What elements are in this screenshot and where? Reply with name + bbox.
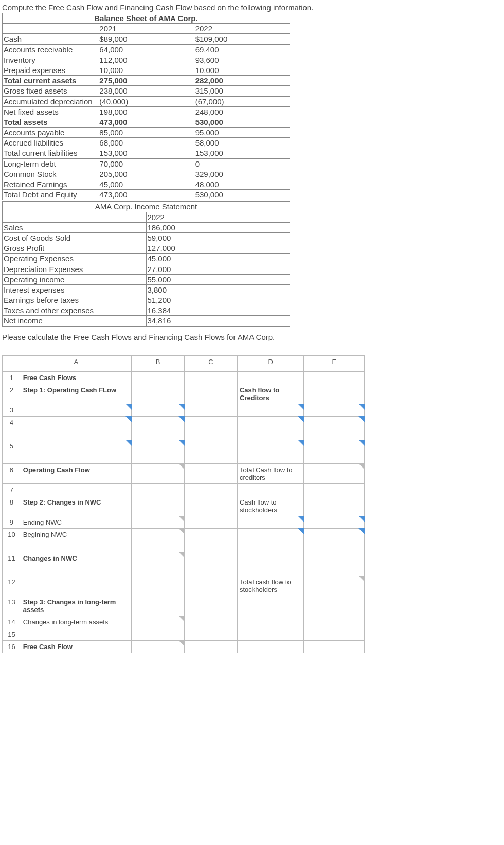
cell-e13[interactable] [304, 596, 365, 616]
cell-e9[interactable] [304, 516, 365, 528]
cell-e1[interactable] [304, 371, 365, 384]
cell-b4[interactable] [132, 416, 185, 440]
row-number[interactable]: 5 [3, 440, 21, 463]
cell-e2[interactable] [304, 384, 365, 404]
cell-d15[interactable] [237, 628, 303, 640]
cell-b9[interactable] [132, 516, 185, 528]
cell-a5[interactable] [21, 440, 131, 463]
cell-d14[interactable] [237, 616, 303, 628]
cell-e5[interactable] [304, 440, 365, 463]
cell-a4[interactable] [21, 416, 131, 440]
cell-c2[interactable] [184, 384, 237, 404]
cell-c12[interactable] [184, 576, 237, 596]
cell-a10[interactable]: Begining NWC [21, 528, 131, 552]
cell-a12[interactable] [21, 576, 131, 596]
cell-b7[interactable] [132, 483, 185, 496]
cell-c11[interactable] [184, 552, 237, 576]
row-number[interactable]: 9 [3, 516, 21, 528]
cell-a6[interactable]: Operating Cash Flow [21, 463, 131, 483]
cell-a15[interactable] [21, 628, 131, 640]
cell-d5[interactable] [237, 440, 303, 463]
cell-e3[interactable] [304, 404, 365, 416]
cell-d6[interactable]: Total Cash flow to creditors [237, 463, 303, 483]
cell-d13[interactable] [237, 596, 303, 616]
cell-b3[interactable] [132, 404, 185, 416]
cell-a9[interactable]: Ending NWC [21, 516, 131, 528]
cell-b13[interactable] [132, 596, 185, 616]
row-number[interactable]: 6 [3, 463, 21, 483]
row-number[interactable]: 12 [3, 576, 21, 596]
row-number[interactable]: 4 [3, 416, 21, 440]
cell-c8[interactable] [184, 496, 237, 516]
cell-a11[interactable]: Changes in NWC [21, 552, 131, 576]
cell-b14[interactable] [132, 616, 185, 628]
cell-b1[interactable] [132, 371, 185, 384]
cell-c16[interactable] [184, 640, 237, 653]
cell-d2[interactable]: Cash flow to Creditors [237, 384, 303, 404]
cell-c1[interactable] [184, 371, 237, 384]
cell-c15[interactable] [184, 628, 237, 640]
cell-c14[interactable] [184, 616, 237, 628]
cell-d1[interactable] [237, 371, 303, 384]
row-number[interactable]: 16 [3, 640, 21, 653]
cell-e16[interactable] [304, 640, 365, 653]
cell-c13[interactable] [184, 596, 237, 616]
col-header-e[interactable]: E [304, 355, 365, 371]
cell-c5[interactable] [184, 440, 237, 463]
cell-b2[interactable] [132, 384, 185, 404]
col-header-c[interactable]: C [184, 355, 237, 371]
cell-e12[interactable] [304, 576, 365, 596]
cell-b11[interactable] [132, 552, 185, 576]
cell-e11[interactable] [304, 552, 365, 576]
row-number[interactable]: 15 [3, 628, 21, 640]
cell-a7[interactable] [21, 483, 131, 496]
cell-b5[interactable] [132, 440, 185, 463]
row-number[interactable]: 8 [3, 496, 21, 516]
col-header-d[interactable]: D [237, 355, 303, 371]
row-number[interactable]: 2 [3, 384, 21, 404]
cell-e4[interactable] [304, 416, 365, 440]
row-number[interactable]: 1 [3, 371, 21, 384]
cell-d10[interactable] [237, 528, 303, 552]
cell-d8[interactable]: Cash flow to stockholders [237, 496, 303, 516]
cell-b10[interactable] [132, 528, 185, 552]
cell-a13[interactable]: Step 3: Changes in long-term assets [21, 596, 131, 616]
cell-e15[interactable] [304, 628, 365, 640]
cell-e7[interactable] [304, 483, 365, 496]
cell-b8[interactable] [132, 496, 185, 516]
row-number[interactable]: 3 [3, 404, 21, 416]
cell-e14[interactable] [304, 616, 365, 628]
cell-d9[interactable] [237, 516, 303, 528]
col-header-a[interactable]: A [21, 355, 131, 371]
cell-e6[interactable] [304, 463, 365, 483]
cell-d11[interactable] [237, 552, 303, 576]
cell-a8[interactable]: Step 2: Changes in NWC [21, 496, 131, 516]
row-number[interactable]: 7 [3, 483, 21, 496]
cell-c6[interactable] [184, 463, 237, 483]
row-number[interactable]: 13 [3, 596, 21, 616]
cell-a14[interactable]: Changes in long-term assets [21, 616, 131, 628]
cell-c3[interactable] [184, 404, 237, 416]
cell-b15[interactable] [132, 628, 185, 640]
cell-e8[interactable] [304, 496, 365, 516]
cell-b12[interactable] [132, 576, 185, 596]
row-number[interactable]: 14 [3, 616, 21, 628]
cell-b16[interactable] [132, 640, 185, 653]
cell-a3[interactable] [21, 404, 131, 416]
cell-c10[interactable] [184, 528, 237, 552]
row-number[interactable]: 11 [3, 552, 21, 576]
cell-d4[interactable] [237, 416, 303, 440]
cell-c7[interactable] [184, 483, 237, 496]
cell-b6[interactable] [132, 463, 185, 483]
cell-a16[interactable]: Free Cash Flow [21, 640, 131, 653]
cell-d3[interactable] [237, 404, 303, 416]
cell-d7[interactable] [237, 483, 303, 496]
cell-c9[interactable] [184, 516, 237, 528]
cell-e10[interactable] [304, 528, 365, 552]
cell-a1[interactable]: Free Cash Flows [21, 371, 131, 384]
cell-d12[interactable]: Total cash flow to stockholders [237, 576, 303, 596]
col-header-b[interactable]: B [132, 355, 185, 371]
cell-a2[interactable]: Step 1: Operating Cash FLow [21, 384, 131, 404]
row-number[interactable]: 10 [3, 528, 21, 552]
cell-c4[interactable] [184, 416, 237, 440]
